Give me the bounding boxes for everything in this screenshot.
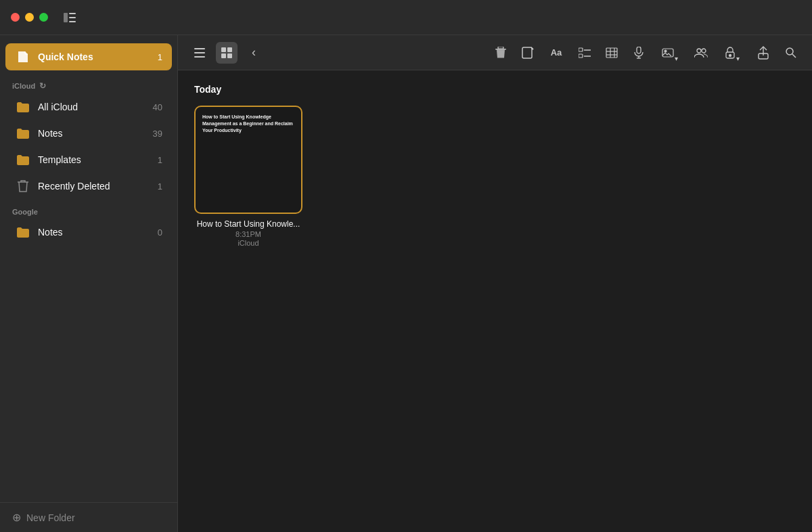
lock-dropdown-icon: ▾ [736, 55, 740, 64]
icloud-section-header: iCloud ↻ [0, 73, 177, 93]
svg-rect-3 [69, 21, 76, 22]
templates-label: Templates [38, 154, 158, 165]
sidebar-item-recently-deleted[interactable]: Recently Deleted 1 [5, 173, 172, 199]
note-source: iCloud [194, 239, 302, 247]
sidebar-item-google-notes[interactable]: Notes 0 [5, 219, 172, 245]
sync-icon: ↻ [39, 81, 46, 91]
titlebar [0, 0, 812, 35]
close-button[interactable] [11, 13, 20, 22]
toolbar: ‹ Aa [178, 35, 812, 70]
new-folder-icon: ⊕ [12, 511, 21, 524]
svg-rect-8 [227, 47, 232, 52]
sidebar-item-icloud-notes[interactable]: Notes 39 [5, 120, 172, 146]
section-title: Today [194, 84, 796, 95]
table-button[interactable] [601, 42, 623, 64]
svg-rect-17 [579, 54, 583, 58]
svg-rect-25 [637, 47, 641, 53]
format-text-icon: Aa [551, 47, 562, 58]
svg-rect-20 [606, 48, 617, 58]
svg-rect-2 [69, 17, 76, 18]
all-icloud-count: 40 [153, 102, 162, 112]
folder-icon [15, 224, 31, 240]
format-button[interactable]: Aa [544, 42, 568, 64]
svg-rect-13 [522, 47, 532, 58]
svg-rect-28 [662, 49, 673, 57]
checklist-button[interactable] [574, 42, 595, 64]
list-view-button[interactable] [189, 42, 210, 64]
svg-rect-15 [579, 48, 583, 51]
google-notes-label: Notes [38, 227, 158, 238]
sidebar-toggle-button[interactable] [59, 7, 81, 28]
new-folder-button[interactable]: ⊕ New Folder [0, 502, 177, 532]
svg-rect-7 [221, 47, 226, 52]
svg-rect-12 [498, 47, 503, 49]
share-button[interactable] [752, 42, 774, 64]
note-info: How to Start Using Knowle... 8:31PM iClo… [194, 219, 302, 247]
folder-icon [15, 152, 31, 168]
minimize-button[interactable] [25, 13, 34, 22]
note-card[interactable]: How to Start Using Knowledge Management … [194, 106, 302, 247]
google-notes-count: 0 [158, 227, 162, 238]
note-thumbnail-text: How to Start Using Knowledge Management … [202, 114, 294, 133]
sidebar-item-all-icloud[interactable]: All iCloud 40 [5, 94, 172, 120]
maximize-button[interactable] [39, 13, 48, 22]
sidebar-item-templates[interactable]: Templates 1 [5, 147, 172, 173]
back-button[interactable]: ‹ [243, 42, 265, 64]
svg-point-33 [729, 54, 731, 56]
trash-icon [15, 178, 31, 194]
icloud-notes-label: Notes [38, 128, 153, 139]
collab-button[interactable] [690, 42, 712, 64]
google-section-header: Google [0, 200, 177, 219]
google-label: Google [12, 208, 38, 216]
media-button[interactable]: ▾ [655, 42, 685, 64]
audio-button[interactable] [628, 42, 650, 64]
recently-deleted-count: 1 [158, 181, 162, 192]
note-time: 8:31PM [194, 230, 302, 238]
new-folder-label: New Folder [26, 512, 75, 523]
svg-rect-10 [227, 53, 232, 58]
delete-button[interactable] [490, 42, 512, 64]
grid-view-button[interactable] [216, 42, 238, 64]
sidebar-item-quick-notes[interactable]: Quick Notes 1 [5, 43, 172, 70]
svg-point-29 [664, 50, 667, 52]
svg-rect-1 [69, 13, 76, 14]
templates-count: 1 [158, 155, 162, 165]
svg-point-35 [786, 48, 793, 55]
svg-rect-0 [64, 13, 68, 22]
recently-deleted-label: Recently Deleted [38, 181, 158, 192]
lock-button[interactable]: ▾ [717, 42, 747, 64]
all-icloud-label: All iCloud [38, 102, 153, 112]
note-title: How to Start Using Knowle... [194, 219, 302, 229]
content-area: ‹ Aa [178, 35, 812, 532]
svg-point-31 [702, 49, 706, 53]
folder-icon [15, 99, 31, 115]
svg-rect-5 [194, 52, 205, 53]
notes-view: Today How to Start Using Knowledge Manag… [178, 70, 812, 532]
quick-notes-badge: 1 [158, 52, 162, 62]
notes-grid: How to Start Using Knowledge Management … [194, 106, 796, 247]
svg-point-30 [697, 49, 701, 53]
main-container: Quick Notes 1 iCloud ↻ All iCloud 40 [0, 35, 812, 532]
traffic-lights [11, 13, 48, 22]
quick-notes-icon [15, 49, 31, 65]
folder-icon [15, 125, 31, 141]
chevron-left-icon: ‹ [252, 45, 256, 60]
icloud-notes-count: 39 [153, 129, 162, 139]
sidebar: Quick Notes 1 iCloud ↻ All iCloud 40 [0, 35, 178, 532]
sidebar-content: Quick Notes 1 iCloud ↻ All iCloud 40 [0, 35, 177, 502]
icloud-label: iCloud [12, 82, 35, 90]
new-note-button[interactable] [517, 42, 539, 64]
media-dropdown-icon: ▾ [675, 55, 678, 64]
svg-rect-6 [194, 56, 205, 58]
svg-rect-4 [194, 48, 205, 49]
svg-rect-9 [221, 53, 226, 58]
search-button[interactable] [780, 42, 801, 64]
svg-line-36 [792, 54, 796, 58]
note-thumbnail: How to Start Using Knowledge Management … [194, 106, 302, 214]
quick-notes-label: Quick Notes [38, 51, 158, 62]
